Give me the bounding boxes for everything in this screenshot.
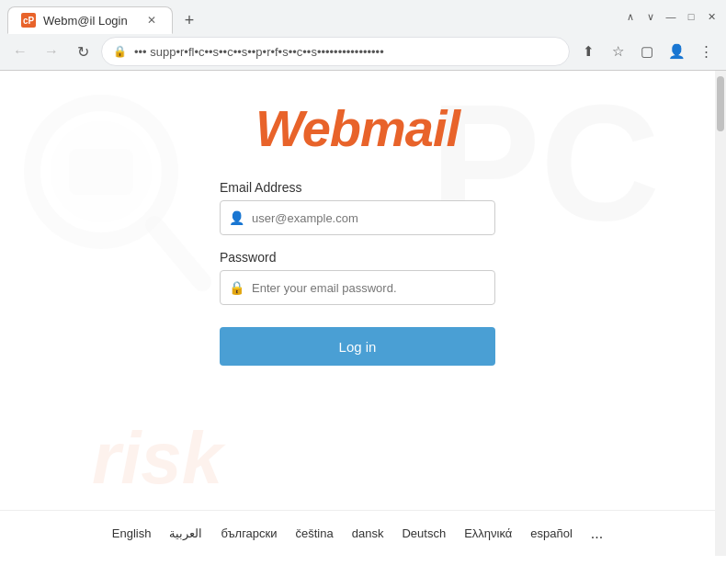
password-label: Password — [220, 250, 495, 265]
scroll-thumb[interactable] — [717, 76, 724, 131]
minimize-button[interactable]: — — [664, 9, 678, 24]
new-tab-button[interactable]: + — [176, 7, 202, 33]
email-label: Email Address — [220, 180, 495, 195]
password-input[interactable] — [220, 270, 495, 305]
webmail-logo: Webmail — [255, 98, 459, 158]
maximize-button[interactable]: □ — [684, 9, 698, 24]
bookmark-icon[interactable]: ☆ — [605, 39, 630, 64]
chevron-down-icon[interactable]: ∨ — [643, 9, 658, 24]
lock-field-icon: 🔒 — [229, 280, 244, 295]
close-button[interactable]: ✕ — [704, 9, 719, 24]
address-bar: ← → ↻ 🔒 ••• supp•r•fl•c••s••c••s••p•r•f•… — [0, 33, 726, 70]
browser-frame: cP Webm@il Login ✕ + ∧ ∨ — □ ✕ ← → ↻ — [0, 0, 726, 556]
toolbar-icons: ⬆ ☆ ▢ 👤 ⋮ — [575, 39, 719, 64]
email-input[interactable] — [220, 200, 495, 235]
tab-title: Webm@il Login — [43, 14, 128, 28]
lang-greek[interactable]: Ελληνικά — [464, 526, 512, 540]
page-content: PC risk Webmail Email Address 👤 Password — [0, 71, 715, 556]
user-icon: 👤 — [229, 210, 244, 225]
back-button[interactable]: ← — [7, 39, 33, 64]
password-input-wrapper: 🔒 — [220, 270, 495, 305]
language-bar: English العربية български čeština dansk … — [0, 510, 715, 556]
lock-icon: 🔒 — [113, 45, 127, 58]
browser-body: PC risk Webmail Email Address 👤 Password — [0, 71, 726, 556]
chevron-up-icon[interactable]: ∧ — [623, 9, 638, 24]
login-container: Webmail Email Address 👤 Password 🔒 Lo — [0, 98, 715, 366]
share-icon[interactable]: ⬆ — [575, 39, 601, 64]
url-bar[interactable]: 🔒 ••• supp•r•fl•c••s••c••s••p•r•f•s••c••… — [101, 37, 570, 66]
scrollbar[interactable] — [715, 71, 726, 556]
lang-czech[interactable]: čeština — [296, 526, 334, 540]
lang-arabic[interactable]: العربية — [169, 526, 202, 540]
account-icon[interactable]: 👤 — [664, 39, 689, 64]
refresh-button[interactable]: ↻ — [70, 39, 96, 64]
menu-icon[interactable]: ⋮ — [693, 39, 719, 64]
lang-german[interactable]: Deutsch — [402, 526, 446, 540]
risk-watermark: risk — [92, 416, 222, 501]
lang-spanish[interactable]: español — [530, 526, 573, 540]
lang-english[interactable]: English — [112, 526, 152, 540]
tab-favicon: cP — [21, 13, 36, 28]
password-form-group: Password 🔒 — [220, 250, 495, 305]
window-controls: ∧ ∨ — □ ✕ — [623, 9, 719, 24]
email-form-group: Email Address 👤 — [220, 180, 495, 235]
extensions-icon[interactable]: ▢ — [634, 39, 660, 64]
email-input-wrapper: 👤 — [220, 200, 495, 235]
forward-button[interactable]: → — [39, 39, 64, 64]
login-button[interactable]: Log in — [220, 327, 495, 366]
lang-danish[interactable]: dansk — [352, 526, 384, 540]
active-tab[interactable]: cP Webm@il Login ✕ — [7, 6, 173, 34]
lang-bulgarian[interactable]: български — [221, 526, 277, 540]
tab-close-button[interactable]: ✕ — [144, 13, 159, 28]
url-text: ••• supp•r•fl•c••s••c••s••p•r•f•s••c••s•… — [134, 45, 558, 59]
title-bar: cP Webm@il Login ✕ + ∧ ∨ — □ ✕ — [0, 0, 726, 33]
lang-more-button[interactable]: ... — [591, 526, 603, 542]
